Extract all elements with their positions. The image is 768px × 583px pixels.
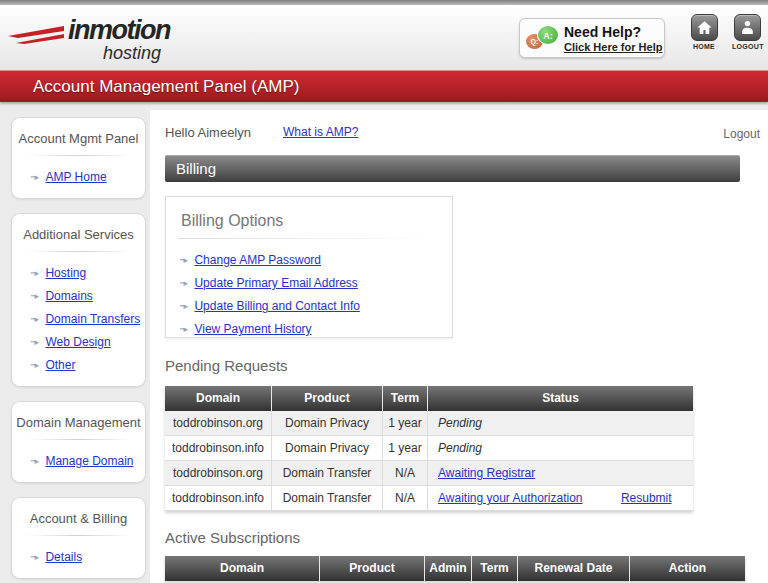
arrow-bullet-icon xyxy=(180,319,190,339)
logout-text-link[interactable]: Logout xyxy=(723,127,760,141)
table-row: toddrobinson.info Domain Privacy 1 year … xyxy=(165,436,693,461)
table-row: toddrobinson.info Domain Transfer N/A Aw… xyxy=(165,486,693,511)
table-row: toddrobinson.org Domain Transfer N/A Awa… xyxy=(165,461,693,486)
cell-domain: toddrobinson.org xyxy=(165,411,272,435)
cell-term: 1 year xyxy=(383,436,428,460)
cell-status: Pending xyxy=(428,436,693,460)
column-header-admin: Admin xyxy=(425,556,472,581)
active-table-header: Domain Product Admin Term Renewal Date A… xyxy=(165,556,745,581)
column-header-product: Product xyxy=(320,556,425,581)
column-header-domain: Domain xyxy=(165,386,272,411)
cell-status: Awaiting your Authorization Resubmit xyxy=(428,486,693,510)
sidebar-item-amp-home[interactable]: AMP Home xyxy=(12,165,145,188)
chat-bubbles-icon: Q: A: xyxy=(526,24,562,54)
domain-transfers-link[interactable]: Domain Transfers xyxy=(45,312,140,326)
billing-section-bar: Billing xyxy=(165,155,740,182)
column-header-domain: Domain xyxy=(165,556,320,581)
details-link[interactable]: Details xyxy=(45,550,82,564)
amp-page: inmotion hosting Q: A: Need Help? Click … xyxy=(0,0,768,583)
sidebar: Account Mgmt Panel AMP Home Additional S… xyxy=(11,117,146,583)
sidebar-section-title: Account & Billing xyxy=(12,511,145,526)
divider xyxy=(26,535,131,536)
amp-banner: Account Management Panel (AMP) xyxy=(0,70,768,102)
manage-domain-link[interactable]: Manage Domain xyxy=(45,454,133,468)
cell-status: Awaiting Registrar xyxy=(428,461,693,485)
divider xyxy=(26,251,131,252)
sidebar-item-other[interactable]: Other xyxy=(12,353,145,376)
divider xyxy=(178,238,440,239)
sidebar-section-title: Domain Management xyxy=(12,415,145,430)
need-help-title: Need Help? xyxy=(564,24,641,40)
column-header-product: Product xyxy=(272,386,383,411)
hosting-link[interactable]: Hosting xyxy=(45,266,86,280)
home-button-wrap: HOME xyxy=(689,14,719,50)
pending-requests-heading: Pending Requests xyxy=(165,357,288,374)
cell-product: Domain Transfer xyxy=(272,486,383,510)
main-content-panel: Hello Aimeelyn What is AMP? Logout Billi… xyxy=(150,110,768,583)
cell-term: 1 year xyxy=(383,411,428,435)
what-is-amp-link[interactable]: What is AMP? xyxy=(283,125,358,139)
table-row: toddrobinson.org Domain Privacy 1 year P… xyxy=(165,411,693,436)
logout-button[interactable] xyxy=(734,14,761,41)
sidebar-section-title: Account Mgmt Panel xyxy=(12,131,145,146)
status-pending-text: Pending xyxy=(438,441,482,455)
billing-option-row: Change AMP Password xyxy=(166,248,452,271)
web-design-link[interactable]: Web Design xyxy=(45,335,110,349)
logout-button-wrap: LOGOUT xyxy=(732,14,762,50)
home-button-label: HOME xyxy=(689,43,719,50)
click-here-for-help-link[interactable]: Click Here for Help xyxy=(564,41,662,53)
billing-option-row: Update Primary Email Address xyxy=(166,271,452,294)
arrow-bullet-icon xyxy=(31,333,41,351)
domains-link[interactable]: Domains xyxy=(45,289,92,303)
resubmit-link[interactable]: Resubmit xyxy=(621,491,672,505)
sidebar-box-domain-management: Domain Management Manage Domain xyxy=(11,401,146,483)
active-subscriptions-heading: Active Subscriptions xyxy=(165,529,300,546)
divider xyxy=(26,155,131,156)
change-amp-password-link[interactable]: Change AMP Password xyxy=(194,253,321,267)
inmotion-logo: inmotion hosting xyxy=(28,13,198,65)
arrow-bullet-icon xyxy=(180,273,190,293)
billing-section-title: Billing xyxy=(165,155,740,182)
sidebar-box-account-mgmt: Account Mgmt Panel AMP Home xyxy=(11,117,146,199)
sidebar-item-details[interactable]: Details xyxy=(12,545,145,568)
sidebar-item-web-design[interactable]: Web Design xyxy=(12,330,145,353)
sidebar-item-domains[interactable]: Domains xyxy=(12,284,145,307)
arrow-bullet-icon xyxy=(31,356,41,374)
arrow-bullet-icon xyxy=(31,310,41,328)
need-help-box[interactable]: Q: A: Need Help? Click Here for Help xyxy=(519,18,665,58)
other-link[interactable]: Other xyxy=(45,358,75,372)
cell-product: Domain Transfer xyxy=(272,461,383,485)
home-button[interactable] xyxy=(691,14,718,41)
billing-option-row: Update Billing and Contact Info xyxy=(166,294,452,317)
update-billing-contact-link[interactable]: Update Billing and Contact Info xyxy=(194,299,359,313)
status-pending-text: Pending xyxy=(438,416,482,430)
cell-term: N/A xyxy=(383,486,428,510)
amp-home-link[interactable]: AMP Home xyxy=(45,170,106,184)
billing-options-title: Billing Options xyxy=(181,212,452,230)
cell-domain: toddrobinson.org xyxy=(165,461,272,485)
cell-product: Domain Privacy xyxy=(272,436,383,460)
billing-option-row: View Payment History xyxy=(166,317,452,340)
cell-domain: toddrobinson.info xyxy=(165,486,272,510)
logo-text-hosting: hosting xyxy=(103,43,161,64)
column-header-term: Term xyxy=(383,386,428,411)
header-buttons: HOME LOGOUT xyxy=(689,14,762,50)
cell-domain: toddrobinson.info xyxy=(165,436,272,460)
arrow-bullet-icon xyxy=(180,296,190,316)
arrow-bullet-icon xyxy=(31,287,41,305)
sidebar-item-domain-transfers[interactable]: Domain Transfers xyxy=(12,307,145,330)
sidebar-item-manage-domain[interactable]: Manage Domain xyxy=(12,449,145,472)
cell-term: N/A xyxy=(383,461,428,485)
update-primary-email-link[interactable]: Update Primary Email Address xyxy=(194,276,357,290)
sidebar-item-hosting[interactable]: Hosting xyxy=(12,261,145,284)
arrow-bullet-icon xyxy=(31,452,41,470)
sidebar-section-title: Additional Services xyxy=(12,227,145,242)
view-payment-history-link[interactable]: View Payment History xyxy=(194,322,311,336)
divider xyxy=(26,439,131,440)
sidebar-box-additional-services: Additional Services Hosting Domains Doma… xyxy=(11,213,146,387)
awaiting-registrar-link[interactable]: Awaiting Registrar xyxy=(438,466,535,480)
billing-options-box: Billing Options Change AMP Password Upda… xyxy=(165,196,453,338)
awaiting-authorization-link[interactable]: Awaiting your Authorization xyxy=(438,491,583,505)
logout-button-label: LOGOUT xyxy=(732,43,762,50)
greeting-text: Hello Aimeelyn xyxy=(165,125,251,140)
